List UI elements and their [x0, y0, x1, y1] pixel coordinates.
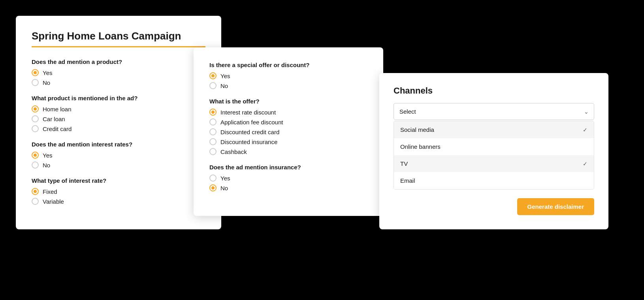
question-4: What type of interest rate? Fixed Variab… — [32, 177, 205, 205]
q2-label-homeloan: Home loan — [43, 106, 72, 112]
q3-radio-no[interactable] — [32, 161, 39, 169]
dropdown-item-social-media[interactable]: Social media ✓ — [394, 121, 594, 138]
question-7: Does the ad mention insurance? Yes No — [209, 164, 367, 191]
q6-label-4: Cashback — [220, 148, 247, 155]
q6-option-3[interactable]: Discounted insurance — [209, 138, 367, 145]
q4-label-fixed: Fixed — [43, 188, 57, 195]
q1-label-no: No — [43, 79, 50, 86]
q6-label-1: Application fee discount — [220, 119, 283, 126]
dropdown-label-social-media: Social media — [400, 126, 434, 133]
q2-option-homeloan[interactable]: Home loan — [32, 105, 205, 112]
dropdown-label-online-banners: Online banners — [400, 143, 441, 150]
check-icon-tv: ✓ — [583, 161, 588, 167]
q2-option-creditcard[interactable]: Credit card — [32, 125, 205, 132]
question-6-label: What is the offer? — [209, 98, 367, 105]
question-1-label: Does the ad mention a product? — [32, 58, 205, 65]
check-icon-social-media: ✓ — [583, 127, 588, 133]
channels-select[interactable]: Select — [394, 103, 594, 120]
question-7-label: Does the ad mention insurance? — [209, 164, 367, 171]
q1-radio-no[interactable] — [32, 79, 39, 86]
q1-option-no[interactable]: No — [32, 79, 205, 86]
q4-label-variable: Variable — [43, 198, 64, 205]
question-3-label: Does the ad mention interest rates? — [32, 141, 205, 148]
q7-radio-yes[interactable] — [209, 174, 217, 182]
q3-radio-yes[interactable] — [32, 152, 39, 159]
card-channels: Channels Select ⌄ Social media ✓ Online … — [379, 73, 608, 229]
q5-radio-no[interactable] — [209, 82, 217, 89]
q5-radio-yes[interactable] — [209, 72, 217, 79]
q5-label-yes: Yes — [220, 73, 230, 79]
q1-option-yes[interactable]: Yes — [32, 69, 205, 76]
q4-option-variable[interactable]: Variable — [32, 198, 205, 205]
q7-radio-no[interactable] — [209, 184, 217, 191]
question-5-label: Is there a special offer or discount? — [209, 62, 367, 68]
q6-option-2[interactable]: Discounted credit card — [209, 128, 367, 135]
q6-label-2: Discounted credit card — [220, 129, 279, 135]
q1-radio-yes[interactable] — [32, 69, 39, 76]
q2-radio-homeloan[interactable] — [32, 105, 39, 112]
q6-option-4[interactable]: Cashback — [209, 148, 367, 155]
q3-option-yes[interactable]: Yes — [32, 152, 205, 159]
q4-option-fixed[interactable]: Fixed — [32, 188, 205, 195]
q6-radio-3[interactable] — [209, 138, 217, 145]
q2-radio-carloan[interactable] — [32, 115, 39, 122]
dropdown-label-email: Email — [400, 177, 415, 184]
dropdown-item-email[interactable]: Email — [394, 172, 594, 189]
question-6: What is the offer? Interest rate discoun… — [209, 98, 367, 155]
q7-option-yes[interactable]: Yes — [209, 174, 367, 182]
q1-label-yes: Yes — [43, 69, 52, 76]
question-3: Does the ad mention interest rates? Yes … — [32, 141, 205, 169]
q2-option-carloan[interactable]: Car loan — [32, 115, 205, 122]
q5-option-no[interactable]: No — [209, 82, 367, 89]
question-2-label: What product is mentioned in the ad? — [32, 95, 205, 101]
q2-radio-creditcard[interactable] — [32, 125, 39, 132]
q7-label-no: No — [220, 185, 228, 191]
q6-option-1[interactable]: Application fee discount — [209, 118, 367, 126]
q4-radio-variable[interactable] — [32, 198, 39, 205]
q6-label-3: Discounted insurance — [220, 139, 277, 145]
generate-disclaimer-button[interactable]: Generate disclaimer — [517, 198, 594, 215]
campaign-title: Spring Home Loans Campaign — [32, 30, 205, 42]
q6-radio-4[interactable] — [209, 148, 217, 155]
question-2: What product is mentioned in the ad? Hom… — [32, 95, 205, 132]
channels-title: Channels — [394, 86, 594, 96]
title-underline — [32, 46, 205, 47]
q3-label-no: No — [43, 162, 50, 169]
q4-radio-fixed[interactable] — [32, 188, 39, 195]
q5-option-yes[interactable]: Yes — [209, 72, 367, 79]
q6-radio-2[interactable] — [209, 128, 217, 135]
q3-label-yes: Yes — [43, 152, 52, 159]
q6-option-0[interactable]: Interest rate discount — [209, 109, 367, 116]
question-5: Is there a special offer or discount? Ye… — [209, 62, 367, 89]
question-4-label: What type of interest rate? — [32, 177, 205, 184]
channels-select-wrapper: Select ⌄ — [394, 103, 594, 120]
q6-radio-1[interactable] — [209, 118, 217, 126]
dropdown-label-tv: TV — [400, 160, 408, 167]
question-1: Does the ad mention a product? Yes No — [32, 58, 205, 86]
q7-option-no[interactable]: No — [209, 184, 367, 191]
channels-dropdown-list: Social media ✓ Online banners TV ✓ Email — [394, 121, 594, 189]
q2-label-creditcard: Credit card — [43, 126, 72, 132]
channels-select-value: Select — [399, 108, 416, 115]
q3-option-no[interactable]: No — [32, 161, 205, 169]
q7-label-yes: Yes — [220, 175, 230, 182]
q2-label-carloan: Car loan — [43, 116, 65, 122]
card-offer: Is there a special offer or discount? Ye… — [194, 47, 383, 216]
card-campaign: Spring Home Loans Campaign Does the ad m… — [16, 16, 221, 229]
dropdown-item-online-banners[interactable]: Online banners — [394, 138, 594, 155]
q6-radio-0[interactable] — [209, 109, 217, 116]
dropdown-item-tv[interactable]: TV ✓ — [394, 155, 594, 172]
q6-label-0: Interest rate discount — [220, 109, 276, 116]
q5-label-no: No — [220, 82, 228, 89]
